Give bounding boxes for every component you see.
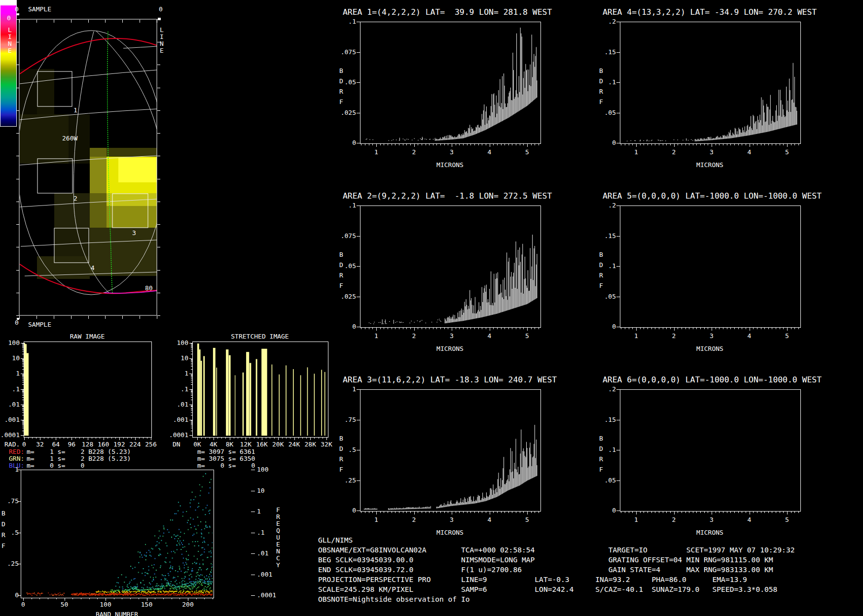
map-left-tick [16,42,19,42]
colorbar-tick [251,470,255,470]
hist-y-tick-label: 10 [0,355,20,362]
hist-x-tick [28,437,29,439]
hist-y-minor-tick [22,377,24,377]
spectrum-ylabel-char: R [339,272,343,279]
spectrum-y-tick [616,480,620,481]
spectrum-x-tick-label: 1 [369,149,384,156]
spectrum-x-tick [467,143,467,145]
spectrum-x-tick [497,511,498,513]
hist-x-tick [274,437,275,439]
scatter-x-tick [72,598,73,599]
hist-x-tick [147,437,147,439]
map-area-label-4: 4 [91,265,95,272]
spectrum-x-tick [406,327,407,329]
spectrum-x-tick-label: 1 [629,516,644,523]
scatter-x-tick [163,598,164,599]
spectrum-x-tick [640,511,641,513]
spectrum-x-tick [742,143,742,145]
colorbar-label-char: Y [276,562,280,569]
colorbar-label-char: C [276,555,280,562]
spectrum-x-tick [531,327,532,329]
hist-x-tick [225,437,226,439]
map-left-tick [16,19,19,20]
spectrum-x-tick [395,327,396,329]
map-left-tick [16,110,19,111]
hist-x-tick [32,437,33,439]
spectrum-x-tick [433,327,433,329]
hist-x-tick [151,437,151,440]
hist-title: STRETCHED IMAGE [206,333,314,340]
spectrum-x-tick [365,511,365,513]
scatter-x-tick [39,598,40,599]
spectrum-x-tick [493,143,494,145]
spectrum-x-tick [629,327,629,329]
spectrum-y-tick-label: .1 [326,18,356,25]
hist-y-minor-tick [191,431,192,431]
spectrum-x-tick [753,143,754,145]
hist-x-tick [238,437,238,439]
spectrum-data-area-3 [360,390,539,510]
spectrum-x-tick [523,143,524,145]
hist-y-minor-tick [22,423,24,424]
spectrum-x-tick [539,143,539,145]
hist-x-tick [56,437,56,440]
hist-x-tick [210,437,210,439]
spectrum-x-tick [696,143,697,145]
spectrum-y-tick [616,511,620,511]
spectrum-x-tick [508,511,509,513]
spectrum-x-tick [655,511,655,513]
spectrum-ylabel-char: D [599,445,603,452]
spectrum-x-tick [531,511,532,513]
spectrum-x-tick [723,327,723,329]
map-left-tick [16,202,19,202]
spectrum-y-tick [616,52,620,53]
spectrum-x-tick [666,511,667,513]
spectrum-x-tick [399,511,399,513]
map-bottom-tick [105,316,106,319]
scatter-x-tick-label: 200 [178,601,198,608]
spectrum-x-tick [508,143,509,145]
spectrum-x-tick [486,511,486,513]
spectrum-x-tick [539,511,539,513]
spectrum-ylabel-char: B [339,435,343,442]
spectrum-x-tick [727,327,727,329]
hist-x-tick [290,437,290,439]
scatter-y-tick [18,470,21,470]
colorbar-tick [251,512,255,512]
spectrum-x-tick [780,511,780,513]
spectrum-ylabel-char: D [339,78,343,85]
metadata-line-7: OBSNOTE=Nightside observation of Io [318,595,470,603]
spectrum-x-tick [621,327,621,329]
hist-y-minor-tick [22,362,24,362]
spectrum-x-tick [787,143,788,147]
hist-y-minor-tick [191,376,192,376]
hist-title: RAW IMAGE [33,333,142,340]
colorbar-tick-label: 100 [257,466,268,473]
spectrum-x-tick [783,327,784,329]
hist-y-minor-tick [22,347,24,348]
spectrum-x-tick [738,327,739,329]
hist-y-minor-tick [22,363,24,364]
spectrum-x-tick [682,511,682,513]
spectrum-x-tick-label: 1 [369,516,384,523]
line-label-char: L [160,27,164,34]
hist-x-tick [135,437,136,440]
spectrum-x-tick [776,143,776,145]
spectrum-x-tick [456,327,456,329]
scatter-x-tick [139,598,139,599]
spectrum-y-tick [616,143,620,143]
hist-stat-text: m= 0 s= 0 [197,462,255,469]
hist-x-tick [242,437,242,439]
metadata-line-4: END SCLK=03945039.72.0 F(1 u)=2700.86 GA… [318,566,773,574]
spectrum-frame [620,205,801,328]
hist-stat-text: m= 1 s= 2 B228 (5.23) [27,448,131,455]
hist-y-minor-tick [191,362,192,362]
hist-stat-text: m= 0 s= 0 [27,462,84,469]
hist-x-tick [205,437,206,439]
hist-y-minor-tick [191,365,192,365]
metadata-line-5: PROJECTION=PERSPECTIVE PRO LINE=9 LAT=-0… [318,576,747,583]
hist-y-minor-tick [191,407,192,407]
spectrum-x-tick [403,143,403,145]
spectrum-x-tick [369,327,369,329]
spectrum-x-tick [621,143,621,145]
